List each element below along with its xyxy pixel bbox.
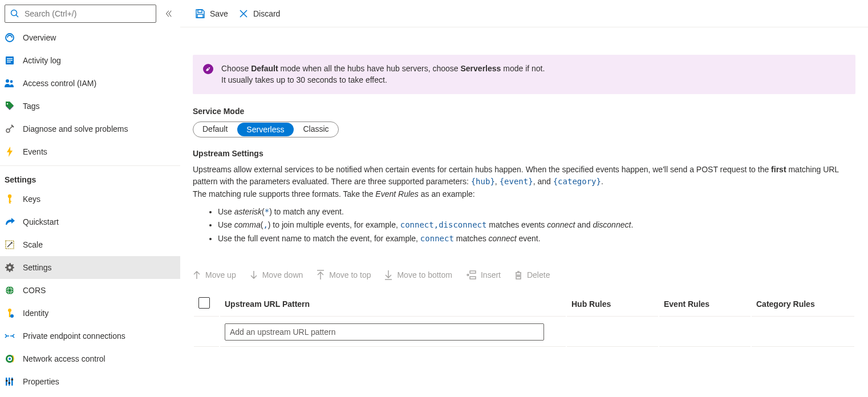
nav-label: Network access control [23, 354, 106, 363]
service-mode-selector: Default Serverless Classic [193, 121, 339, 137]
delete-button[interactable]: Delete [514, 270, 550, 279]
save-icon [195, 9, 205, 19]
nav-keys[interactable]: Keys [0, 188, 180, 210]
svg-point-7 [6, 79, 9, 83]
sidebar-collapse-button[interactable] [162, 7, 176, 21]
svg-line-1 [16, 15, 18, 17]
overview-icon [5, 33, 15, 43]
access-control-icon [5, 78, 15, 88]
rule-comma: Use comma(,) to join multiple events, fo… [218, 218, 855, 232]
move-up-button[interactable]: Move up [193, 270, 236, 279]
svg-point-17 [6, 286, 14, 294]
nav-label: Scale [23, 240, 43, 249]
nav-events[interactable]: Events [0, 140, 180, 163]
nav-label: CORS [23, 286, 46, 295]
svg-rect-29 [6, 380, 8, 382]
nav-label: Private endpoint connections [23, 331, 125, 341]
nav-cors[interactable]: CORS [0, 279, 180, 302]
scale-icon [5, 240, 15, 250]
nav-label: Keys [23, 195, 40, 204]
toolbar: Save Discard [180, 0, 868, 27]
col-event-rules: Event Rules [659, 291, 751, 317]
svg-rect-40 [470, 277, 476, 279]
properties-icon [5, 376, 15, 387]
svg-rect-6 [7, 62, 11, 62]
svg-rect-5 [7, 60, 13, 60]
nav-label: Quickstart [23, 217, 59, 226]
nav-activity-log[interactable]: Activity log [0, 49, 180, 72]
save-label: Save [210, 9, 228, 18]
nav-overview[interactable]: Overview [0, 26, 180, 49]
nav-label: Access control (IAM) [23, 79, 96, 88]
url-pattern-input[interactable] [225, 323, 544, 341]
sidebar-search[interactable] [5, 5, 156, 23]
settings-icon [5, 262, 15, 273]
select-all-checkbox[interactable] [198, 297, 210, 309]
sidebar-search-input[interactable] [25, 9, 151, 18]
search-icon [10, 9, 20, 19]
identity-icon [5, 308, 15, 318]
nav-settings[interactable]: Settings [0, 256, 180, 279]
svg-point-36 [208, 68, 209, 69]
mode-default[interactable]: Default [193, 122, 237, 137]
svg-rect-30 [9, 382, 11, 384]
main-panel: Save Discard Choose Default mode when al… [180, 0, 868, 397]
nav-quickstart[interactable]: Quickstart [0, 210, 180, 233]
nav-label: Settings [23, 263, 52, 272]
nav-label: Overview [23, 33, 56, 42]
cors-icon [5, 285, 15, 295]
upstream-title: Upstream Settings [193, 149, 855, 158]
quickstart-icon [5, 217, 15, 227]
info-banner: Choose Default mode when all the hubs ha… [193, 55, 855, 94]
nav-scale[interactable]: Scale [0, 233, 180, 256]
mode-serverless[interactable]: Serverless [237, 123, 293, 136]
move-top-button[interactable]: Move to top [317, 270, 371, 280]
nav-access-control[interactable]: Access control (IAM) [0, 72, 180, 95]
svg-rect-39 [470, 271, 476, 273]
network-icon [5, 354, 15, 364]
nav-diagnose[interactable]: Diagnose and solve problems [0, 118, 180, 140]
nav-label: Properties [23, 377, 59, 386]
save-button[interactable]: Save [195, 9, 228, 19]
insert-button[interactable]: Insert [466, 270, 501, 279]
col-url-pattern: Upstream URL Pattern [220, 291, 566, 317]
settings-section-header: Settings [0, 168, 180, 188]
rule-asterisk: Use asterisk(*) to match any event. [218, 205, 855, 219]
svg-rect-21 [9, 311, 10, 317]
mode-classic[interactable]: Classic [294, 122, 338, 137]
svg-point-16 [9, 266, 11, 269]
rule-fullname: Use the full event name to match the eve… [218, 232, 855, 246]
nav-label: Tags [23, 102, 40, 111]
nav-private-endpoint[interactable]: Private endpoint connections [0, 325, 180, 347]
service-mode-title: Service Mode [193, 107, 855, 116]
activity-log-icon [5, 55, 15, 66]
nav-network[interactable]: Network access control [0, 347, 180, 370]
discard-button[interactable]: Discard [238, 9, 280, 19]
svg-point-22 [10, 314, 14, 318]
svg-rect-13 [9, 201, 11, 202]
svg-rect-27 [9, 378, 10, 386]
move-down-button[interactable]: Move down [250, 270, 303, 279]
upstream-table: Upstream URL Pattern Hub Rules Event Rul… [193, 290, 855, 348]
table-row [194, 318, 854, 347]
svg-rect-4 [7, 58, 13, 59]
nav-label: Activity log [23, 56, 61, 65]
private-endpoint-icon [5, 331, 15, 341]
nav-label: Identity [23, 309, 48, 318]
rocket-icon [203, 64, 213, 74]
table-toolbar: Move up Move down Move to top Move to bo… [193, 270, 855, 280]
nav-properties[interactable]: Properties [0, 370, 180, 393]
svg-rect-31 [11, 379, 14, 380]
rules-list: Use asterisk(*) to match any event. Use … [218, 205, 855, 246]
discard-icon [238, 9, 249, 19]
nav-label: Diagnose and solve problems [23, 124, 128, 133]
nav-identity[interactable]: Identity [0, 302, 180, 325]
tags-icon [5, 101, 15, 111]
svg-rect-33 [197, 14, 203, 18]
svg-point-9 [7, 103, 8, 104]
nav-tags[interactable]: Tags [0, 95, 180, 118]
sidebar: Overview Activity log Access control (IA… [0, 0, 180, 397]
move-bottom-button[interactable]: Move to bottom [384, 270, 452, 280]
events-icon [5, 147, 15, 157]
upstream-description: Upstreams allow external services to be … [193, 164, 855, 201]
